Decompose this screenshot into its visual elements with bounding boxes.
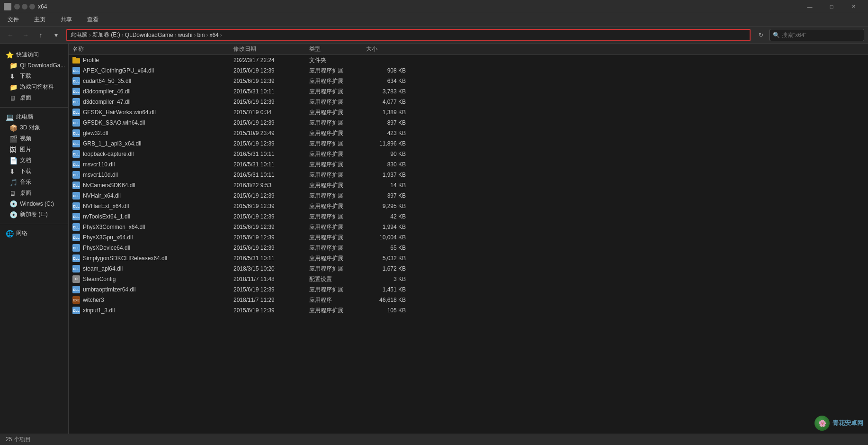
table-row[interactable]: DLL APEX_ClothingGPU_x64.dll 2015/6/19 1… (69, 65, 868, 76)
sep3: › (175, 32, 177, 38)
col-header-name[interactable]: 名称 (72, 45, 233, 53)
sidebar-video[interactable]: 🎬 视频 (0, 133, 68, 144)
file-size: 14 KB (366, 182, 413, 189)
file-size: 397 KB (366, 192, 413, 199)
sidebar-c-drive[interactable]: 💿 Windows (C:) (0, 199, 68, 209)
sidebar-ql[interactable]: 📁 QLDownloadGa... (0, 60, 68, 71)
table-row[interactable]: DLL d3dcompiler_46.dll 2016/5/31 10:11 应… (69, 86, 868, 97)
table-row[interactable]: DLL PhysX3Gpu_x64.dll 2015/6/19 12:39 应用… (69, 232, 868, 243)
col-header-type[interactable]: 类型 (309, 45, 366, 53)
file-name: DLL d3dcompiler_46.dll (72, 88, 233, 95)
ribbon-share[interactable]: 共享 (57, 14, 76, 26)
table-row[interactable]: DLL PhysX3Common_x64.dll 2015/6/19 12:39… (69, 222, 868, 232)
breadcrumb-wushi[interactable]: wushi (178, 32, 193, 38)
search-input[interactable] (782, 32, 861, 38)
sidebar-docs[interactable]: 📄 文档 (0, 155, 68, 166)
table-row[interactable]: DLL cudart64_50_35.dll 2015/6/19 12:39 应… (69, 76, 868, 86)
table-row[interactable]: DLL NVHair_x64.dll 2015/6/19 12:39 应用程序扩… (69, 191, 868, 201)
table-row[interactable]: DLL PhysXDevice64.dll 2015/6/19 12:39 应用… (69, 243, 868, 253)
recent-button[interactable]: ▾ (49, 28, 63, 42)
search-bar[interactable]: 🔍 (770, 29, 864, 41)
file-date: 2016/5/31 10:11 (233, 172, 309, 178)
table-row[interactable]: DLL GRB_1_1_api3_x64.dll 2015/6/19 12:39… (69, 138, 868, 149)
file-name: DLL nvToolsExt64_1.dll (72, 213, 233, 220)
sidebar-desktop2-label: 桌面 (20, 189, 31, 197)
file-size: 65 KB (366, 245, 413, 251)
sidebar-3d[interactable]: 📦 3D 对象 (0, 122, 68, 133)
file-size: 5,032 KB (366, 255, 413, 262)
ribbon-bar: 文件 主页 共享 查看 (0, 13, 868, 27)
file-date: 2015/6/19 12:39 (233, 67, 309, 74)
table-row[interactable]: DLL msvcr110.dll 2016/5/31 10:11 应用程序扩展 … (69, 159, 868, 170)
sep5: › (206, 32, 208, 38)
dll-icon: DLL (72, 286, 80, 293)
sidebar-music[interactable]: 🎵 音乐 (0, 177, 68, 188)
breadcrumb-drive[interactable]: 新加卷 (E:) (92, 31, 120, 39)
breadcrumb-ql[interactable]: QLDownloadGame (125, 32, 173, 38)
dot2 (22, 4, 27, 9)
file-type: 应用程序扩展 (309, 213, 366, 221)
table-row[interactable]: DLL glew32.dll 2015/10/9 23:49 应用程序扩展 42… (69, 128, 868, 138)
sidebar-network-label: 网络 (16, 229, 27, 237)
sidebar-game-materials[interactable]: 📁 游戏问答材料 (0, 82, 68, 92)
up-button[interactable]: ↑ (34, 28, 47, 42)
table-row[interactable]: DLL loopback-capture.dll 2016/5/31 10:11… (69, 149, 868, 159)
file-size: 423 KB (366, 130, 413, 136)
forward-button[interactable]: → (19, 28, 32, 42)
file-date: 2015/6/19 12:39 (233, 245, 309, 251)
close-button[interactable]: ✕ (842, 0, 864, 13)
table-row[interactable]: EXE witcher3 2018/11/7 11:29 应用程序 46,618… (69, 295, 868, 305)
file-name: ⚙ SteamConfig (72, 275, 233, 283)
table-row[interactable]: Profile 2022/3/17 22:24 文件夹 (69, 55, 868, 65)
col-header-size[interactable]: 大小 (366, 45, 413, 53)
table-row[interactable]: DLL msvcr110d.dll 2016/5/31 10:11 应用程序扩展… (69, 170, 868, 180)
table-row[interactable]: DLL SimplygonSDKCLIReleasex64.dll 2016/5… (69, 253, 868, 263)
pictures-icon: 🖼 (9, 146, 17, 154)
table-row[interactable]: DLL steam_api64.dll 2018/3/15 10:20 应用程序… (69, 263, 868, 274)
minimize-button[interactable]: — (799, 0, 821, 13)
table-row[interactable]: DLL GFSDK_SSAO.win64.dll 2015/6/19 12:39… (69, 118, 868, 128)
sidebar-ql-label: QLDownloadGa... (20, 62, 65, 69)
sidebar-desktop1[interactable]: 🖥 桌面 (0, 92, 68, 103)
dll-icon: DLL (72, 129, 80, 137)
dll-icon: DLL (72, 182, 80, 189)
table-row[interactable]: DLL nvToolsExt64_1.dll 2015/6/19 12:39 应… (69, 211, 868, 222)
maximize-button[interactable]: □ (821, 0, 842, 13)
sidebar-quick-access[interactable]: ⭐ 快速访问 (0, 49, 68, 60)
file-type: 应用程序扩展 (309, 192, 366, 200)
sidebar-pictures[interactable]: 🖼 图片 (0, 144, 68, 155)
table-row[interactable]: DLL NvCameraSDK64.dll 2016/8/22 9:53 应用程… (69, 180, 868, 191)
dll-icon: DLL (72, 254, 80, 262)
file-name-text: msvcr110d.dll (83, 172, 118, 178)
ribbon-file[interactable]: 文件 (4, 14, 23, 26)
table-row[interactable]: DLL d3dcompiler_47.dll 2015/6/19 12:39 应… (69, 97, 868, 107)
table-row[interactable]: DLL xinput1_3.dll 2015/6/19 12:39 应用程序扩展… (69, 305, 868, 316)
col-header-date[interactable]: 修改日期 (233, 45, 309, 53)
sidebar-downloads1[interactable]: ⬇ 下载 (0, 71, 68, 82)
breadcrumb-x64[interactable]: x64 (209, 32, 218, 38)
sidebar-desktop2[interactable]: 🖥 桌面 (0, 188, 68, 199)
ribbon-view[interactable]: 查看 (83, 14, 102, 26)
download-icon2: ⬇ (9, 168, 17, 175)
file-name-text: GFSDK_HairWorks.win64.dll (83, 109, 156, 116)
sidebar-e-drive[interactable]: 💿 新加卷 (E:) (0, 209, 68, 220)
file-size: 4,077 KB (366, 99, 413, 105)
file-type: 应用程序扩展 (309, 234, 366, 242)
refresh-button[interactable]: ↻ (754, 28, 768, 42)
breadcrumb-this-pc[interactable]: 此电脑 (71, 31, 88, 39)
sidebar-network[interactable]: 🌐 网络 (0, 228, 68, 239)
sidebar-this-pc[interactable]: 💻 此电脑 (0, 111, 68, 122)
breadcrumb-bin[interactable]: bin (197, 32, 205, 38)
sidebar-downloads2[interactable]: ⬇ 下载 (0, 166, 68, 177)
table-row[interactable]: ⚙ SteamConfig 2018/11/7 11:48 配置设置 3 KB (69, 274, 868, 284)
ribbon-home[interactable]: 主页 (30, 14, 49, 26)
address-bar[interactable]: 此电脑 › 新加卷 (E:) › QLDownloadGame › wushi … (66, 29, 751, 41)
dll-icon: DLL (72, 161, 80, 168)
file-size: 11,896 KB (366, 140, 413, 147)
table-row[interactable]: DLL GFSDK_HairWorks.win64.dll 2015/7/19 … (69, 107, 868, 118)
back-button[interactable]: ← (4, 28, 17, 42)
sidebar-docs-label: 文档 (20, 156, 31, 164)
table-row[interactable]: DLL NVHairExt_x64.dll 2015/6/19 12:39 应用… (69, 201, 868, 211)
table-row[interactable]: DLL umbraoptimizer64.dll 2015/6/19 12:39… (69, 284, 868, 295)
file-date: 2016/8/22 9:53 (233, 182, 309, 189)
